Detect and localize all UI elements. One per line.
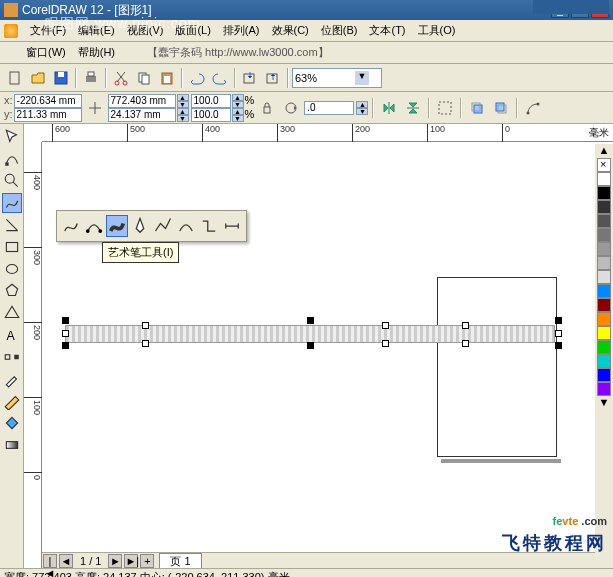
text-tool[interactable]: A bbox=[2, 325, 22, 345]
selection-handle[interactable] bbox=[142, 322, 149, 329]
zoom-combo[interactable]: ▼ bbox=[292, 68, 382, 88]
artistic-media-tool[interactable] bbox=[106, 215, 128, 237]
toback-button[interactable] bbox=[490, 97, 512, 119]
spin-up[interactable]: ▲ bbox=[177, 94, 189, 101]
selection-handle[interactable] bbox=[62, 317, 69, 324]
color-swatch[interactable] bbox=[597, 214, 611, 228]
page-first-button[interactable]: |◄ bbox=[43, 554, 57, 568]
zoom-tool[interactable] bbox=[2, 171, 22, 191]
page-add-button[interactable]: + bbox=[140, 554, 154, 568]
export-button[interactable] bbox=[262, 67, 284, 89]
selection-handle[interactable] bbox=[62, 330, 69, 337]
mirror-h-button[interactable] bbox=[378, 97, 400, 119]
new-button[interactable] bbox=[4, 67, 26, 89]
spin-up[interactable]: ▲ bbox=[177, 108, 189, 115]
shape-tool[interactable] bbox=[2, 149, 22, 169]
canvas[interactable]: 艺术笔工具(I) bbox=[42, 142, 613, 552]
connector-tool[interactable] bbox=[198, 215, 220, 237]
color-swatch[interactable] bbox=[597, 382, 611, 396]
mirror-v-button[interactable] bbox=[402, 97, 424, 119]
wrap-button[interactable] bbox=[434, 97, 456, 119]
selection-handle[interactable] bbox=[462, 340, 469, 347]
print-button[interactable] bbox=[80, 67, 102, 89]
paste-button[interactable] bbox=[156, 67, 178, 89]
width-field[interactable] bbox=[108, 94, 176, 108]
rectangle-tool[interactable] bbox=[2, 237, 22, 257]
color-swatch[interactable] bbox=[597, 326, 611, 340]
selection-handle[interactable] bbox=[307, 342, 314, 349]
color-swatch[interactable] bbox=[597, 172, 611, 186]
redo-button[interactable] bbox=[209, 67, 231, 89]
3point-curve-tool[interactable] bbox=[175, 215, 197, 237]
eyedropper-tool[interactable] bbox=[2, 369, 22, 389]
save-button[interactable] bbox=[50, 67, 72, 89]
menu-bitmap[interactable]: 位图(B) bbox=[315, 21, 364, 40]
color-swatch[interactable] bbox=[597, 354, 611, 368]
freehand-tool-fly[interactable] bbox=[60, 215, 82, 237]
color-swatch[interactable] bbox=[597, 312, 611, 326]
smartdraw-tool[interactable] bbox=[2, 215, 22, 235]
selection-handle[interactable] bbox=[555, 342, 562, 349]
pick-tool[interactable] bbox=[2, 127, 22, 147]
zoom-input[interactable] bbox=[295, 72, 355, 84]
menu-text[interactable]: 文本(T) bbox=[363, 21, 411, 40]
dimension-tool[interactable] bbox=[221, 215, 243, 237]
convert-button[interactable] bbox=[522, 97, 544, 119]
color-swatch[interactable] bbox=[597, 270, 611, 284]
ellipse-tool[interactable] bbox=[2, 259, 22, 279]
selection-handle[interactable] bbox=[462, 322, 469, 329]
selection-handle[interactable] bbox=[142, 340, 149, 347]
polygon-tool[interactable] bbox=[2, 281, 22, 301]
pen-tool[interactable] bbox=[129, 215, 151, 237]
import-button[interactable] bbox=[239, 67, 261, 89]
palette-down[interactable]: ▼ bbox=[599, 396, 610, 408]
scalex-field[interactable] bbox=[191, 94, 231, 108]
menu-effects[interactable]: 效果(C) bbox=[266, 21, 315, 40]
freehand-tool[interactable] bbox=[2, 193, 22, 213]
palette-up[interactable]: ▲ bbox=[599, 144, 610, 158]
color-swatch[interactable] bbox=[597, 228, 611, 242]
rotation-field[interactable] bbox=[304, 101, 354, 115]
selection-handle[interactable] bbox=[555, 330, 562, 337]
scaley-field[interactable] bbox=[191, 108, 231, 122]
selection-handle[interactable] bbox=[307, 317, 314, 324]
page-prev-button[interactable]: ◄ bbox=[59, 554, 73, 568]
page-last-button[interactable]: ►| bbox=[124, 554, 138, 568]
color-swatch[interactable] bbox=[597, 284, 611, 298]
color-swatch[interactable] bbox=[597, 186, 611, 200]
selection-handle[interactable] bbox=[555, 317, 562, 324]
blend-tool[interactable] bbox=[2, 347, 22, 367]
color-swatch[interactable] bbox=[597, 340, 611, 354]
shapes-tool[interactable] bbox=[2, 303, 22, 323]
fill-tool[interactable] bbox=[2, 413, 22, 433]
selected-object[interactable] bbox=[65, 325, 555, 343]
selection-handle[interactable] bbox=[62, 342, 69, 349]
undo-button[interactable] bbox=[186, 67, 208, 89]
color-swatch[interactable] bbox=[597, 298, 611, 312]
selection-handle[interactable] bbox=[382, 322, 389, 329]
selection-handle[interactable] bbox=[382, 340, 389, 347]
open-button[interactable] bbox=[27, 67, 49, 89]
color-swatch[interactable] bbox=[597, 242, 611, 256]
tofront-button[interactable] bbox=[466, 97, 488, 119]
menu-help[interactable]: 帮助(H) bbox=[72, 43, 121, 62]
bezier-tool[interactable] bbox=[83, 215, 105, 237]
polyline-tool[interactable] bbox=[152, 215, 174, 237]
page-tab[interactable]: 页 1 bbox=[159, 553, 201, 568]
interactive-fill-tool[interactable] bbox=[2, 435, 22, 455]
page-next-button[interactable]: ► bbox=[108, 554, 122, 568]
menu-window[interactable]: 窗口(W) bbox=[20, 43, 72, 62]
spin-down[interactable]: ▼ bbox=[177, 101, 189, 108]
dropdown-arrow-icon[interactable]: ▼ bbox=[355, 71, 369, 85]
cut-button[interactable] bbox=[110, 67, 132, 89]
y-field[interactable] bbox=[14, 108, 82, 122]
color-swatch[interactable] bbox=[597, 200, 611, 214]
x-field[interactable] bbox=[14, 94, 82, 108]
no-color-swatch[interactable]: × bbox=[597, 158, 611, 172]
spin-down[interactable]: ▼ bbox=[177, 115, 189, 122]
menu-tools[interactable]: 工具(O) bbox=[412, 21, 462, 40]
color-swatch[interactable] bbox=[597, 368, 611, 382]
color-swatch[interactable] bbox=[597, 256, 611, 270]
lock-ratio-button[interactable] bbox=[256, 97, 278, 119]
outline-tool[interactable] bbox=[2, 391, 22, 411]
